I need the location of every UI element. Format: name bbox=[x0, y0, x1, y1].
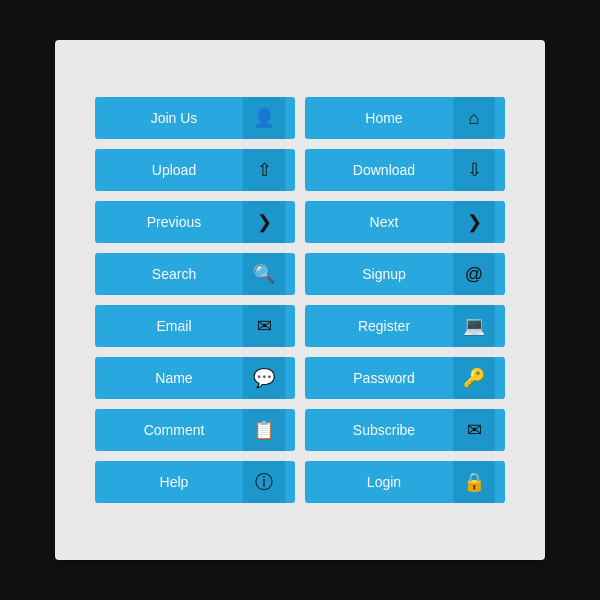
login-label: Login bbox=[305, 474, 453, 490]
login-icon: 🔒 bbox=[453, 461, 495, 503]
name-button[interactable]: Name💬 bbox=[95, 357, 295, 399]
download-icon: ⇩ bbox=[453, 149, 495, 191]
previous-label: Previous bbox=[95, 214, 243, 230]
signup-label: Signup bbox=[305, 266, 453, 282]
register-label: Register bbox=[305, 318, 453, 334]
join-us-button[interactable]: Join Us👤 bbox=[95, 97, 295, 139]
previous-icon: ❯ bbox=[243, 201, 285, 243]
help-icon: ⓘ bbox=[243, 461, 285, 503]
subscribe-icon: ✉ bbox=[453, 409, 495, 451]
join-us-label: Join Us bbox=[95, 110, 243, 126]
main-card: Join Us👤Home⌂Upload⇧Download⇩Previous❯Ne… bbox=[55, 40, 545, 560]
join-us-icon: 👤 bbox=[243, 97, 285, 139]
email-button[interactable]: Email✉ bbox=[95, 305, 295, 347]
upload-label: Upload bbox=[95, 162, 243, 178]
signup-button[interactable]: Signup@ bbox=[305, 253, 505, 295]
help-label: Help bbox=[95, 474, 243, 490]
next-icon: ❯ bbox=[453, 201, 495, 243]
email-icon: ✉ bbox=[243, 305, 285, 347]
next-button[interactable]: Next❯ bbox=[305, 201, 505, 243]
password-button[interactable]: Password🔑 bbox=[305, 357, 505, 399]
password-label: Password bbox=[305, 370, 453, 386]
home-button[interactable]: Home⌂ bbox=[305, 97, 505, 139]
password-icon: 🔑 bbox=[453, 357, 495, 399]
register-icon: 💻 bbox=[453, 305, 495, 347]
comment-button[interactable]: Comment📋 bbox=[95, 409, 295, 451]
name-label: Name bbox=[95, 370, 243, 386]
download-button[interactable]: Download⇩ bbox=[305, 149, 505, 191]
search-label: Search bbox=[95, 266, 243, 282]
next-label: Next bbox=[305, 214, 453, 230]
download-label: Download bbox=[305, 162, 453, 178]
button-grid: Join Us👤Home⌂Upload⇧Download⇩Previous❯Ne… bbox=[75, 77, 525, 523]
register-button[interactable]: Register💻 bbox=[305, 305, 505, 347]
subscribe-label: Subscribe bbox=[305, 422, 453, 438]
subscribe-button[interactable]: Subscribe✉ bbox=[305, 409, 505, 451]
home-label: Home bbox=[305, 110, 453, 126]
upload-icon: ⇧ bbox=[243, 149, 285, 191]
help-button[interactable]: Helpⓘ bbox=[95, 461, 295, 503]
home-icon: ⌂ bbox=[453, 97, 495, 139]
previous-button[interactable]: Previous❯ bbox=[95, 201, 295, 243]
login-button[interactable]: Login🔒 bbox=[305, 461, 505, 503]
comment-label: Comment bbox=[95, 422, 243, 438]
signup-icon: @ bbox=[453, 253, 495, 295]
upload-button[interactable]: Upload⇧ bbox=[95, 149, 295, 191]
name-icon: 💬 bbox=[243, 357, 285, 399]
comment-icon: 📋 bbox=[243, 409, 285, 451]
email-label: Email bbox=[95, 318, 243, 334]
search-button[interactable]: Search🔍 bbox=[95, 253, 295, 295]
search-icon: 🔍 bbox=[243, 253, 285, 295]
